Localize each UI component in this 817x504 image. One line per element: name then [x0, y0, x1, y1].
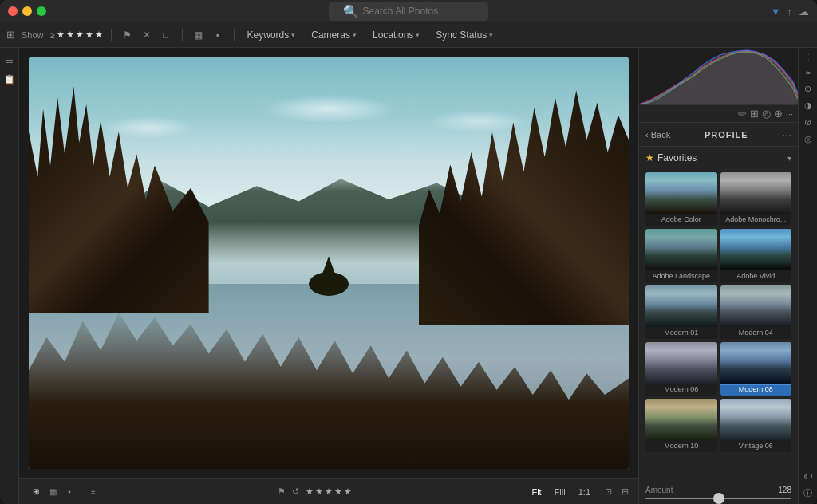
right-panel: ✏ ⊞ ◎ ⊕ ··· ‹ Back PROFILE ··· ★ Favorit…: [638, 48, 798, 504]
unflagged-icon[interactable]: □: [158, 28, 174, 42]
more-tools-icon[interactable]: ···: [786, 109, 793, 119]
grid-view-btn[interactable]: ⊞: [29, 486, 43, 498]
thumb-image-adobe-mono: [720, 172, 792, 214]
profile-item-adobe-mono[interactable]: Adobe Monochro...: [720, 172, 792, 226]
profile-label-modern-10: Modern 10: [645, 440, 717, 452]
flag-icon[interactable]: ⚑: [120, 28, 136, 42]
cloud-icon[interactable]: ☁: [799, 6, 809, 18]
profile-thumb-adobe-vivid: [720, 229, 792, 270]
amount-slider-thumb[interactable]: [713, 493, 724, 504]
profile-label-modern-08: Modern 08: [720, 384, 792, 396]
hsl-icon[interactable]: ⊙: [804, 84, 811, 94]
geo-tool-icon[interactable]: ⊕: [774, 108, 783, 120]
keywords-chevron: ▾: [291, 31, 295, 39]
rating-filter[interactable]: ≥ ★ ★ ★ ★ ★: [50, 30, 103, 40]
lens-corrections-icon[interactable]: ◎: [804, 134, 812, 144]
search-container[interactable]: 🔍: [329, 2, 488, 21]
detail-icon[interactable]: ⊘: [804, 117, 811, 128]
catalog-icon[interactable]: 📋: [2, 72, 17, 86]
profile-thumb-modern-04: [720, 285, 792, 327]
single-view-btn[interactable]: ▪: [62, 486, 77, 498]
profile-header: ‹ Back PROFILE ···: [639, 123, 798, 147]
titlebar: 🔍 ▼ ↑ ☁: [0, 0, 817, 22]
close-button[interactable]: [8, 6, 18, 16]
crop-tool-icon[interactable]: ⊞: [750, 108, 759, 120]
profile-thumb-adobe-mono: [720, 172, 792, 214]
thumb-image-adobe-vivid: [720, 229, 792, 270]
minimize-button[interactable]: [22, 6, 32, 16]
locations-chevron: ▾: [416, 31, 420, 39]
favorites-chevron-icon[interactable]: ▾: [787, 154, 791, 163]
flag-bottom-icon[interactable]: ⚑: [278, 486, 286, 497]
profile-label-adobe-vivid: Adobe Vivid: [720, 270, 792, 282]
bottom-rating[interactable]: ★ ★ ★ ★ ★: [306, 486, 352, 497]
profile-label-adobe-landscape: Adobe Landscape: [645, 270, 717, 282]
fit-button[interactable]: Fit: [528, 486, 544, 498]
navigator-icon[interactable]: ☰: [2, 53, 17, 67]
back-label: Back: [651, 130, 670, 140]
back-chevron-icon: ‹: [645, 130, 649, 140]
keywords-dropdown[interactable]: Keywords ▾: [243, 28, 301, 42]
color-grading-icon[interactable]: ◑: [804, 100, 812, 111]
panel-toggle-icon[interactable]: ⊟: [622, 486, 629, 497]
profile-item-adobe-color[interactable]: Adobe Color: [645, 172, 717, 226]
profile-item-adobe-vivid[interactable]: Adobe Vivid: [720, 229, 792, 282]
favorites-star-icon: ★: [645, 152, 654, 163]
tone-curve-icon[interactable]: ≈: [805, 68, 810, 77]
compare-icon[interactable]: ⊡: [605, 486, 612, 497]
rating-prefix: ≥: [50, 30, 55, 40]
filter-icon[interactable]: ▼: [771, 6, 781, 18]
thumb-image-modern-08: [720, 342, 792, 384]
reject-icon[interactable]: ✕: [139, 28, 155, 42]
amount-slider-row[interactable]: [639, 498, 798, 504]
show-label: Show: [22, 30, 44, 40]
profile-item-modern-04[interactable]: Modern 04: [720, 285, 792, 339]
filmstrip-view-btn[interactable]: ▦: [45, 486, 60, 498]
profile-item-modern-06[interactable]: Modern 06: [645, 342, 717, 396]
left-sidebar: ☰ 📋: [0, 48, 19, 504]
profile-thumb-vintage-06: [720, 399, 792, 440]
sync-status-label: Sync Status: [436, 30, 487, 41]
amount-slider-track[interactable]: [645, 498, 791, 499]
sort-icon[interactable]: ≡: [86, 486, 101, 498]
grid-icon[interactable]: ⊞: [6, 29, 15, 41]
rotate-icon[interactable]: ↺: [292, 486, 299, 497]
profile-item-modern-01[interactable]: Modern 01: [645, 285, 717, 339]
fill-button[interactable]: Fill: [551, 486, 569, 498]
sync-status-dropdown[interactable]: Sync Status ▾: [431, 28, 498, 42]
thumb-image-modern-06: [645, 342, 717, 384]
profile-label-modern-04: Modern 04: [720, 327, 792, 339]
basic-panel-icon[interactable]: ···: [804, 53, 812, 61]
titlebar-actions: ▼ ↑ ☁: [771, 6, 809, 18]
heal-tool-icon[interactable]: ◎: [762, 108, 771, 120]
one-to-one-button[interactable]: 1:1: [575, 486, 594, 498]
search-icon: 🔍: [343, 4, 359, 19]
cameras-label: Cameras: [311, 30, 350, 41]
profile-item-vintage-06[interactable]: Vintage 06: [720, 399, 792, 452]
profile-item-modern-10[interactable]: Modern 10: [645, 399, 717, 452]
profile-item-adobe-landscape[interactable]: Adobe Landscape: [645, 229, 717, 282]
cameras-chevron: ▾: [353, 31, 357, 39]
main-content: ☰ 📋: [0, 48, 817, 504]
maximize-button[interactable]: [37, 6, 46, 16]
profile-thumb-adobe-color: [645, 172, 717, 214]
profile-item-modern-08[interactable]: Modern 08: [720, 342, 792, 396]
zoom-actions: Fit Fill 1:1: [528, 486, 594, 498]
profile-menu-button[interactable]: ···: [782, 128, 791, 141]
thumb-image-vintage-06: [720, 399, 792, 440]
thumb-image-adobe-color: [645, 172, 717, 214]
video-icon[interactable]: ▪: [210, 28, 226, 42]
back-button[interactable]: ‹ Back: [645, 130, 670, 140]
photo-icon[interactable]: ▦: [191, 28, 207, 42]
edit-tool-icon[interactable]: ✏: [738, 108, 747, 120]
thumb-image-modern-01: [645, 285, 717, 327]
tag-icon[interactable]: 🏷: [803, 471, 812, 481]
search-input[interactable]: [363, 6, 475, 17]
app-window: 🔍 ▼ ↑ ☁ ⊞ Show ≥ ★ ★ ★ ★ ★ ⚑ ✕ □ ▦ ▪: [0, 0, 817, 504]
upload-icon[interactable]: ↑: [787, 6, 793, 18]
locations-dropdown[interactable]: Locations ▾: [368, 28, 424, 42]
info-icon[interactable]: ⓘ: [803, 487, 812, 499]
star-4: ★: [85, 30, 93, 40]
cameras-dropdown[interactable]: Cameras ▾: [306, 28, 361, 42]
amount-label: Amount: [645, 486, 764, 494]
